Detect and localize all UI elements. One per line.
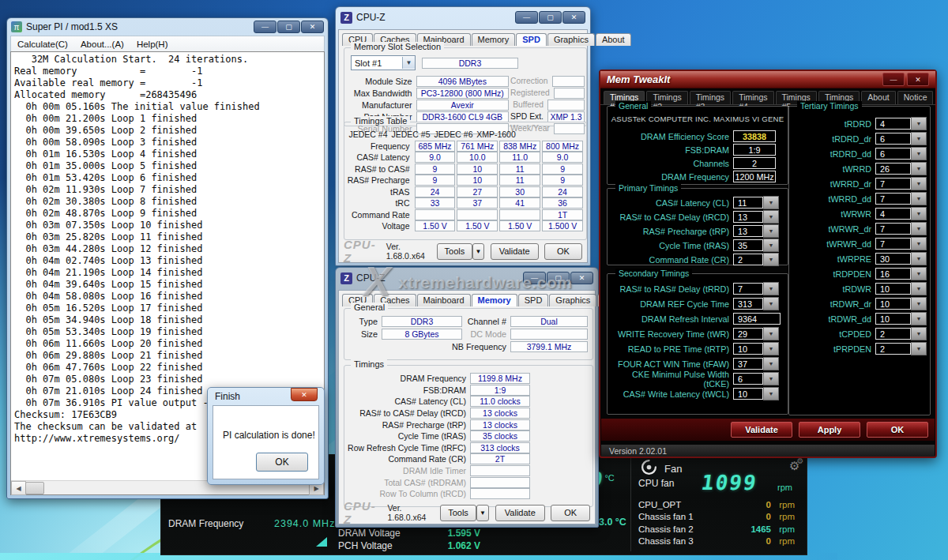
tools-button[interactable]: Tools (440, 505, 476, 521)
close-button[interactable]: ✕ (291, 388, 318, 401)
timing-value-field[interactable]: 10 (733, 388, 763, 400)
memtweakit-tab[interactable]: Timings #3 (690, 91, 731, 104)
cpuz-tab[interactable]: About (596, 33, 631, 46)
spinner-button[interactable]: ▼ (911, 162, 927, 175)
timing-value-field[interactable]: 13 (733, 211, 763, 223)
close-button[interactable]: ✕ (907, 73, 929, 86)
timing-value-field[interactable]: 4 (875, 118, 911, 130)
timing-value-field[interactable]: 10 (733, 343, 763, 355)
tools-dropdown-arrow[interactable]: ▼ (472, 243, 485, 260)
spinner-button[interactable]: ▼ (911, 132, 927, 145)
gear-icon[interactable]: ⚙⚙ (789, 457, 803, 473)
timing-value-field[interactable]: 11 (733, 197, 763, 209)
scroll-left-arrow[interactable]: ◀ (11, 481, 26, 495)
timing-value-field[interactable]: 2 (733, 254, 763, 265)
close-button[interactable]: ✕ (562, 11, 585, 24)
timing-value-field[interactable]: 7 (875, 223, 911, 235)
spinner-button[interactable]: ▼ (911, 147, 927, 160)
memtweakit-tab[interactable]: Notice (897, 91, 934, 104)
spinner-button[interactable]: ▼ (911, 177, 927, 190)
spinner-button[interactable]: ▼ (763, 224, 779, 238)
timing-value-field[interactable]: 10 (875, 283, 911, 295)
minimize-button[interactable]: — (515, 11, 538, 24)
ok-button[interactable]: OK (867, 422, 928, 438)
spinner-button[interactable]: ▼ (911, 117, 927, 130)
spinner-button[interactable]: ▼ (911, 222, 927, 235)
memtweakit-tab[interactable]: About (861, 91, 895, 104)
validate-button[interactable]: Validate (731, 422, 792, 438)
memtweakit-tab[interactable]: Timings #4 (732, 91, 773, 104)
spinner-button[interactable]: ▼ (763, 210, 779, 224)
cpuz-tab[interactable]: Memory (472, 294, 517, 306)
spinner-button[interactable]: ▼ (911, 342, 927, 355)
timing-value-field[interactable]: 29 (733, 328, 763, 340)
timing-value-field[interactable]: 7 (875, 238, 911, 250)
minimize-button[interactable]: — (882, 73, 905, 86)
spinner-button[interactable]: ▼ (911, 267, 927, 280)
ok-button[interactable]: OK (256, 453, 308, 472)
cpuz-tab[interactable]: Graphics (547, 33, 595, 46)
spinner-button[interactable]: ▼ (911, 327, 927, 340)
spinner-button[interactable]: ▼ (763, 342, 779, 355)
validate-button[interactable]: Validate (491, 243, 539, 260)
spinner-button[interactable]: ▼ (911, 192, 927, 205)
cpuz-tab[interactable]: Memory (472, 33, 516, 46)
spinner-button[interactable]: ▼ (911, 237, 927, 250)
memtweakit-titlebar[interactable]: Mem TweakIt — ✕ (600, 71, 935, 88)
timing-value-field[interactable]: 7 (875, 193, 911, 205)
maximize-button[interactable]: ▢ (277, 21, 300, 33)
chevron-down-icon[interactable]: ▼ (402, 57, 415, 69)
timing-value-field[interactable]: 7 (875, 178, 911, 190)
timing-value-field[interactable]: 30 (875, 253, 911, 265)
spinner-button[interactable]: ▼ (763, 239, 779, 252)
spinner-button[interactable]: ▼ (763, 357, 779, 370)
minimize-button[interactable]: — (523, 272, 546, 284)
timing-value-field[interactable]: 4 (875, 208, 911, 220)
cpuz-tab[interactable]: SPD (518, 294, 549, 306)
cpuz-tab[interactable]: Graphics (549, 294, 596, 306)
close-button[interactable]: ✕ (301, 21, 324, 33)
tools-button[interactable]: Tools (437, 243, 472, 260)
timing-value-field[interactable]: 37 (733, 358, 763, 370)
spinner-button[interactable]: ▼ (763, 387, 779, 400)
timing-value-field[interactable]: 2 (875, 328, 911, 340)
spinner-button[interactable]: ▼ (911, 312, 927, 325)
spinner-button[interactable]: ▼ (763, 372, 779, 385)
timing-value-field[interactable]: 6 (875, 148, 911, 160)
spinner-button[interactable]: ▼ (763, 196, 779, 209)
apply-button[interactable]: Apply (799, 422, 860, 438)
spinner-button[interactable]: ▼ (911, 282, 927, 295)
timing-value-field[interactable]: 2 (875, 343, 911, 355)
menu-item[interactable]: Calculate(C) (11, 39, 74, 49)
spinner-button[interactable]: ▼ (911, 207, 927, 220)
cpuz-titlebar[interactable]: Z CPU-Z — ▢ ✕ (336, 7, 590, 28)
menu-item[interactable]: About...(A) (74, 39, 130, 49)
spinner-button[interactable]: ▼ (763, 327, 779, 340)
timing-value-field[interactable]: 10 (875, 298, 911, 310)
timing-value-field[interactable]: 9364 (733, 313, 781, 325)
timing-value-field[interactable]: 313 (733, 298, 763, 310)
maximize-button[interactable]: ▢ (539, 11, 562, 24)
timing-value-field[interactable]: 16 (875, 268, 911, 280)
cpuz-tab[interactable]: Mainboard (417, 294, 471, 306)
cpuz-titlebar[interactable]: Z CPU-Z — ▢ ✕ (336, 268, 598, 288)
superpi-titlebar[interactable]: π Super PI / mod1.5 XS — ▢ ✕ (7, 18, 328, 36)
maximize-button[interactable]: ▢ (547, 272, 570, 284)
ok-button[interactable]: OK (544, 243, 582, 260)
ok-button[interactable]: OK (551, 505, 590, 521)
spinner-button[interactable]: ▼ (911, 252, 927, 265)
menu-item[interactable]: Help(H) (130, 39, 175, 49)
spinner-button[interactable]: ▼ (763, 297, 779, 310)
panel-resize-triangle[interactable] (316, 537, 327, 547)
timing-value-field[interactable]: 6 (875, 133, 911, 145)
tools-dropdown-arrow[interactable]: ▼ (476, 505, 489, 521)
minimize-button[interactable]: — (254, 21, 276, 33)
timing-value-field[interactable]: 13 (733, 225, 763, 237)
cpuz-tab[interactable]: SPD (516, 33, 547, 46)
scrollbar-thumb[interactable] (25, 482, 44, 494)
timing-value-field[interactable]: 7 (733, 283, 763, 295)
timing-value-field[interactable]: 6 (733, 373, 763, 385)
spinner-button[interactable]: ▼ (911, 297, 927, 310)
memtweakit-tab[interactable]: Timings #2 (646, 91, 687, 104)
close-button[interactable]: ✕ (570, 272, 593, 284)
